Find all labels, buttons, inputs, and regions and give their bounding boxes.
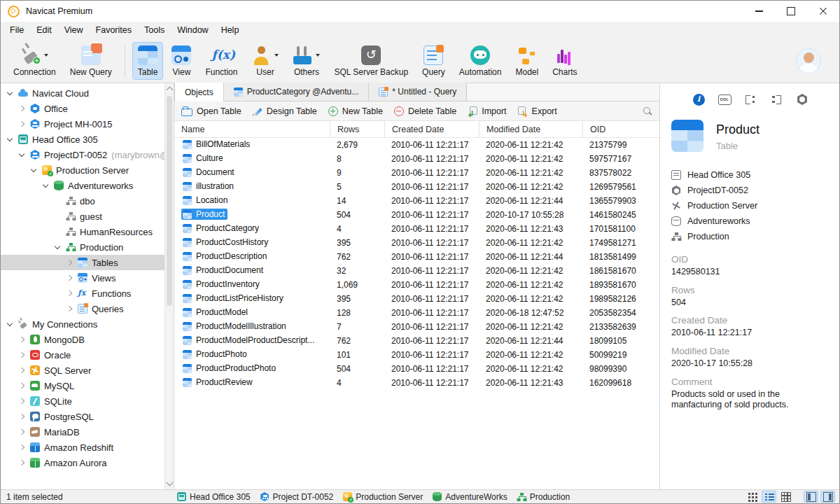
table-row[interactable]: Document92010-06-11 12:21:172020-06-11 1… <box>174 166 659 180</box>
sidebar-item-projectdt-0052[interactable]: ProjectDT-0052 (marybrown@ <box>1 147 174 162</box>
sidebar-item-mariadb[interactable]: MariaDB <box>1 424 174 440</box>
breadcrumb-production-server[interactable]: Production Server <box>343 492 423 502</box>
scroll-down-icon[interactable] <box>167 479 174 486</box>
breadcrumb-production[interactable]: Production <box>517 492 570 502</box>
sidebar-item-guest[interactable]: guest <box>1 209 174 224</box>
chevron-right-icon[interactable] <box>18 106 24 111</box>
sidebar-item-oracle[interactable]: Oracle <box>1 347 174 363</box>
chevron-right-icon[interactable] <box>18 460 24 465</box>
sidebar-item-production-server[interactable]: Production Server <box>1 162 174 178</box>
scroll-up-icon[interactable] <box>167 87 174 94</box>
toolbar-connection-button[interactable]: Connection <box>8 42 62 80</box>
table-name-chip[interactable]: ProductCategory <box>181 223 262 234</box>
tree-arrow-box[interactable] <box>5 139 14 141</box>
menu-file[interactable]: File <box>4 23 30 37</box>
toolbar-function-button[interactable]: Function <box>200 42 243 80</box>
table-row[interactable]: ProductReview42010-06-11 12:21:172020-06… <box>174 376 659 390</box>
sidebar-item-queries[interactable]: Queries <box>1 301 174 316</box>
column-header-modified-date[interactable]: Modified Date <box>479 121 582 137</box>
dropdown-caret-icon[interactable] <box>44 54 48 57</box>
table-name-chip[interactable]: BillOfMaterials <box>181 139 253 150</box>
table-name-chip[interactable]: ProductCostHistory <box>181 237 271 248</box>
table-row[interactable]: ProductModelProductDescript...7622010-06… <box>174 334 659 348</box>
table-name-chip[interactable]: Location <box>181 195 230 206</box>
sidebar-item-humanresources[interactable]: HumanResources <box>1 224 174 239</box>
details-tab-structout[interactable] <box>742 92 759 107</box>
table-row[interactable]: ProductModel1282010-06-11 12:21:172020-0… <box>174 306 659 320</box>
sidebar-item-office[interactable]: Office <box>1 101 174 116</box>
breadcrumb-adventureworks[interactable]: AdventureWorks <box>433 492 507 502</box>
table-name-chip[interactable]: ProductInventory <box>181 279 262 290</box>
chevron-down-icon[interactable] <box>30 166 36 172</box>
menu-help[interactable]: Help <box>215 23 246 37</box>
details-tab-ddl[interactable] <box>716 92 733 107</box>
search-icon[interactable] <box>643 106 652 116</box>
table-name-chip[interactable]: Document <box>181 167 237 178</box>
sidebar-item-sqlite[interactable]: SQLite <box>1 393 174 409</box>
table-name-chip[interactable]: ProductListPriceHistory <box>181 293 286 304</box>
tree-arrow-box[interactable] <box>17 430 26 434</box>
delete-table-button[interactable]: Delete Table <box>394 106 456 116</box>
table-row[interactable]: ProductDocument322010-06-11 12:21:172020… <box>174 264 659 278</box>
sidebar-item-head-office-305[interactable]: Head Office 305 <box>1 132 174 147</box>
table-name-chip[interactable]: ProductModelProductDescript... <box>181 335 317 346</box>
chevron-right-icon[interactable] <box>18 429 24 435</box>
toolbar-model-button[interactable]: Model <box>510 42 544 80</box>
table-row[interactable]: ProductListPriceHistory3952010-06-11 12:… <box>174 292 659 306</box>
table-name-chip[interactable]: ProductPhoto <box>181 349 250 360</box>
toolbar-automation-button[interactable]: Automation <box>454 42 507 80</box>
table-row[interactable]: Culture82010-06-11 12:21:172020-06-11 12… <box>174 152 659 166</box>
tab-objects[interactable]: Objects <box>174 83 224 102</box>
tree-arrow-box[interactable] <box>17 337 26 342</box>
details-tab-nut[interactable] <box>794 92 811 107</box>
details-tab-info[interactable] <box>690 92 707 107</box>
tree-arrow-box[interactable] <box>17 445 26 449</box>
column-header-rows[interactable]: Rows <box>330 121 384 137</box>
table-row[interactable]: ProductCategory42010-06-11 12:21:172020-… <box>174 222 659 236</box>
sidebar-item-production[interactable]: Production <box>1 239 174 255</box>
table-name-chip[interactable]: ProductProductPhoto <box>181 363 279 374</box>
tree-arrow-box[interactable] <box>5 323 14 326</box>
details-tab-structin[interactable] <box>768 92 785 107</box>
tab-untitled-query[interactable]: * Untitled - Query <box>369 83 467 101</box>
minimize-button[interactable] <box>743 1 775 22</box>
sidebar-item-tables[interactable]: Tables <box>1 255 174 270</box>
table-row[interactable]: ProductProductPhoto5042010-06-11 12:21:1… <box>174 362 659 376</box>
tree-arrow-box[interactable] <box>64 291 74 295</box>
table-name-chip[interactable]: ProductModelIllustration <box>181 321 289 332</box>
tree-arrow-box[interactable] <box>17 399 26 403</box>
tree-arrow-box[interactable] <box>52 246 62 248</box>
sidebar-item-project-mh-0015[interactable]: Project MH-0015 <box>1 116 174 132</box>
tree-arrow-box[interactable] <box>17 461 26 465</box>
chevron-right-icon[interactable] <box>18 121 24 127</box>
sidebar-item-my-connections[interactable]: My Connections <box>1 316 174 332</box>
table-name-chip[interactable]: Product <box>181 209 227 220</box>
tree-arrow-box[interactable] <box>52 199 62 203</box>
chevron-down-icon[interactable] <box>42 181 48 187</box>
tree-arrow-box[interactable] <box>29 169 38 172</box>
sidebar-item-mysql[interactable]: MySQL <box>1 378 174 393</box>
chevron-right-icon[interactable] <box>18 444 24 450</box>
chevron-right-icon[interactable] <box>18 414 24 419</box>
sidebar-item-views[interactable]: Views <box>1 270 174 286</box>
design-table-button[interactable]: Design Table <box>253 106 317 116</box>
right-panel-button[interactable] <box>820 491 835 503</box>
tree-arrow-box[interactable] <box>17 122 26 126</box>
tree-arrow-box[interactable] <box>17 384 26 388</box>
toolbar-user-button[interactable]: User <box>246 42 284 80</box>
table-row[interactable]: BillOfMaterials2,6792010-06-11 12:21:172… <box>174 138 659 152</box>
close-button[interactable] <box>807 1 839 22</box>
dropdown-caret-icon[interactable] <box>316 54 320 57</box>
table-name-chip[interactable]: illustration <box>181 181 237 192</box>
sidebar-item-amazon-redshift[interactable]: Amazon Redshift <box>1 440 174 455</box>
maximize-button[interactable] <box>775 1 807 22</box>
chevron-right-icon[interactable] <box>66 260 71 265</box>
toolbar-query-button[interactable]: Query <box>416 42 451 80</box>
list-view-button[interactable] <box>762 491 776 503</box>
table-row[interactable]: Location142010-06-11 12:21:172020-06-11 … <box>174 194 659 208</box>
tree-arrow-box[interactable] <box>17 414 26 419</box>
tree-arrow-box[interactable] <box>17 106 26 111</box>
table-view-button[interactable] <box>778 491 793 503</box>
sidebar-item-amazon-aurora[interactable]: Amazon Aurora <box>1 455 174 470</box>
table-row[interactable]: ProductCostHistory3952010-06-11 12:21:17… <box>174 236 659 250</box>
